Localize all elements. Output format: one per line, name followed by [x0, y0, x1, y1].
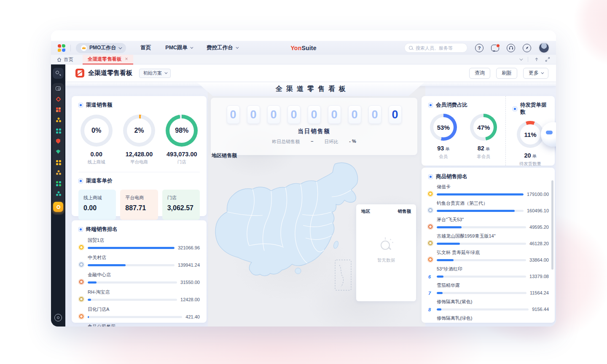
more-button[interactable]: 更多 [523, 68, 548, 79]
ranking-item-name: 修饰隔离乳(绿色) [437, 315, 549, 321]
sales-counter-digit: 0 [227, 105, 240, 124]
section-icon [428, 103, 433, 107]
price-tile[interactable]: 门店3,062.57 [162, 190, 200, 220]
app-grid-green-icon[interactable] [56, 181, 61, 186]
app-active-yellow-icon[interactable] [53, 202, 63, 212]
donut-percent: 98% [169, 118, 194, 143]
app-pinwheel-red-icon[interactable] [56, 107, 61, 112]
today-sales-label: 当日销售额 [211, 128, 417, 135]
ranking-item-value: 179100.00 [527, 192, 549, 197]
scheme-selector[interactable]: 初始方案 [139, 69, 171, 78]
ranking-row[interactable]: 弘文杯 贵寿延年绿底33864.00 [427, 249, 549, 262]
ranking-item-name: 食品公司餐厅 [88, 324, 200, 327]
section-title: 待发货单据数 [520, 102, 548, 116]
section-icon [428, 174, 433, 179]
donut-chart-block[interactable]: 53%93单会员 [424, 114, 463, 160]
window-chrome [51, 30, 556, 41]
capture-icon[interactable] [56, 86, 61, 91]
app-grid-teal-icon[interactable] [56, 128, 61, 133]
medal-icon [78, 262, 84, 268]
top-nav-item[interactable]: 费控工作台 [207, 44, 238, 51]
ranking-row[interactable]: 53°珍酒红印13379.086 [427, 266, 549, 279]
tab-retail-dashboard[interactable]: 全渠道零售看板 × [83, 55, 133, 64]
price-tile[interactable]: 平台电商887.71 [120, 190, 158, 220]
chevron-down-icon [541, 71, 544, 74]
workspace-switcher[interactable]: PMO工作台 [76, 43, 126, 53]
ranking-row[interactable]: 日化门店A421.40 [78, 306, 200, 319]
ranking-row[interactable]: 中关村店139941.24 [78, 254, 200, 268]
donut-chart-block[interactable]: 98%493,073.00门店 [161, 115, 203, 165]
yesterday-sales-label: 昨日总销售额 [272, 139, 300, 145]
global-search-input[interactable] [416, 46, 462, 51]
refresh-button[interactable]: 刷新 [496, 68, 517, 79]
rail-search-button[interactable] [53, 68, 64, 79]
ranking-row[interactable]: RH-淘宝店12428.00 [78, 289, 200, 302]
tabs-chevron-down-icon[interactable] [519, 57, 523, 60]
chevron-down-icon [119, 46, 122, 49]
query-button[interactable]: 查询 [469, 68, 490, 79]
support-headset-icon[interactable] [507, 44, 515, 52]
ranking-row[interactable]: 修饰隔离乳(绿色)6740.009 [427, 315, 549, 323]
ranking-item-value: 12428.00 [180, 297, 200, 302]
south-china-sea-inset [335, 260, 351, 290]
donut-label: 线上商城 [88, 159, 105, 165]
sales-counter-digit: 0 [348, 105, 361, 124]
ranking-row[interactable]: 储值卡179100.00 [427, 184, 549, 197]
ranking-row[interactable]: 金融中心店31550.00 [78, 272, 200, 285]
app-gem-green-icon[interactable] [56, 149, 61, 154]
ranking-item-value: 421.40 [185, 314, 200, 319]
user-avatar[interactable] [539, 43, 549, 53]
app-dots-teal-icon[interactable] [56, 191, 61, 196]
help-icon[interactable]: ? [475, 44, 483, 52]
ranking-row[interactable]: 食品公司餐厅93.406 [78, 324, 200, 327]
app-diamond-red-icon[interactable] [56, 96, 61, 102]
global-search[interactable] [404, 43, 467, 53]
ranking-row[interactable]: 茅台"飞天53"49595.20 [427, 217, 549, 230]
yonyou-logo-icon[interactable] [58, 44, 65, 52]
section-title: 渠道销售额 [86, 102, 113, 109]
section-title: 渠道客单价 [86, 177, 113, 185]
scrollbar-thumb[interactable] [551, 180, 553, 270]
page-title: 全渠道零售看板 [88, 69, 132, 77]
compass-icon[interactable] [523, 44, 531, 52]
close-tab-icon[interactable]: × [125, 56, 128, 62]
fullscreen-icon[interactable] [545, 57, 550, 62]
medal-icon [427, 257, 433, 262]
empty-state-icon [379, 238, 393, 252]
app-shield-red-icon[interactable] [56, 139, 61, 144]
region-column-header: 地区 [361, 209, 370, 214]
app-dots-yellow-icon[interactable] [56, 118, 61, 123]
donut-chart-block[interactable]: 47%82单非会员 [464, 114, 503, 160]
sales-counter-digit: 0 [267, 105, 280, 124]
medal-icon [78, 244, 84, 250]
ranking-item-value: 13379.08 [529, 274, 549, 279]
app-dots-gold-icon[interactable] [56, 170, 61, 175]
ranking-row[interactable]: 钓鱼台贵宾酒（第三代）160496.10 [427, 200, 549, 213]
dashboard-canvas: 全渠道零售看板 渠道销售额 0%0.00线上商城2%12,428.00平台电商9… [65, 82, 556, 327]
app-grid-yellow-icon[interactable] [56, 160, 61, 165]
ranking-row[interactable]: 雪茄精华露11564.247 [427, 282, 549, 295]
ranking-row[interactable]: 修饰隔离乳(紫色)9156.448 [427, 299, 549, 312]
workspace-label: PMO工作台 [89, 44, 116, 51]
ranking-item-name: RH-淘宝店 [88, 289, 200, 295]
ranking-item-value: 49595.20 [529, 225, 549, 230]
today-sales-card: 000000000 当日销售额 昨日总销售额 – 日环比 - % [211, 98, 417, 155]
message-icon[interactable] [491, 45, 499, 51]
donut-chart-block[interactable]: 2%12,428.00平台电商 [118, 115, 160, 165]
collapse-up-icon[interactable] [534, 57, 539, 62]
dashboard-app-icon [75, 69, 84, 78]
donut-ring: 2% [123, 115, 155, 147]
top-nav-item[interactable]: PMC跟单 [165, 44, 192, 51]
price-tile[interactable]: 线上商城0.00 [78, 190, 116, 220]
ranking-row[interactable]: 古越龙山国酿1959青玉版14"46128.20 [427, 233, 549, 246]
top-nav-item[interactable]: 首页 [140, 44, 151, 51]
donut-chart-block[interactable]: 0%0.00线上商城 [75, 115, 118, 165]
medal-icon [78, 279, 84, 285]
tab-home[interactable]: 首页 [57, 56, 73, 63]
medal-icon [427, 207, 433, 213]
settings-icon[interactable] [54, 314, 62, 321]
home-icon [57, 57, 62, 62]
ranking-row[interactable]: 国贸1店321066.96 [78, 237, 200, 250]
donut-percent: 2% [127, 118, 151, 143]
ranking-item-name: 日化门店A [88, 306, 200, 313]
